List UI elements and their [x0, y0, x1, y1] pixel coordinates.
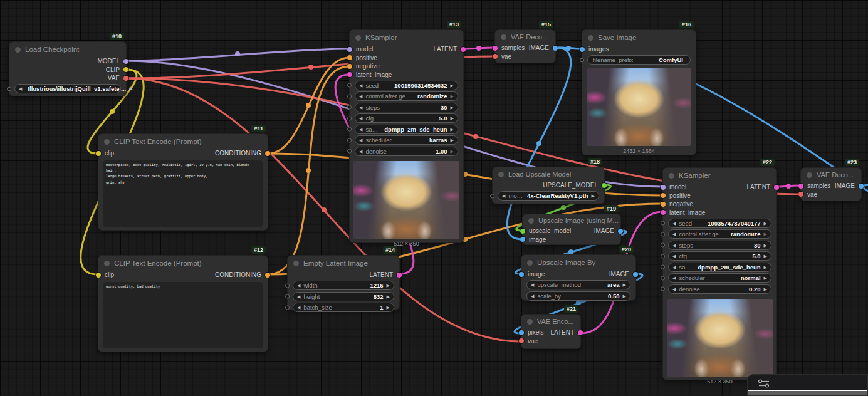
node-header[interactable]: VAE Enco...: [521, 315, 580, 328]
next-arrow-icon[interactable]: ▶: [623, 292, 626, 300]
node-header[interactable]: Load Checkpoint: [9, 42, 126, 57]
vae-input-pin[interactable]: [493, 54, 498, 59]
prev-arrow-icon[interactable]: ◀: [672, 230, 676, 238]
pixels-input-pin[interactable]: [519, 330, 524, 335]
upscale-method-widget[interactable]: ◀upscale_methodarea▶: [526, 280, 630, 289]
image-output-pin[interactable]: [859, 184, 864, 189]
model-input-pin[interactable]: [661, 185, 666, 190]
next-arrow-icon[interactable]: ▶: [451, 147, 454, 155]
node-header[interactable]: KSampler: [663, 168, 776, 183]
widget-input-ring[interactable]: [347, 94, 352, 98]
widget-input-ring[interactable]: [490, 194, 494, 198]
conditioning-output-pin[interactable]: [265, 273, 270, 278]
node-upscale-image-using-model[interactable]: #19 Upscale Image (using M... upscale_mo…: [522, 214, 621, 245]
positive-input-pin[interactable]: [347, 55, 352, 60]
widget-input-ring[interactable]: [347, 138, 352, 142]
next-arrow-icon[interactable]: ▶: [387, 293, 390, 301]
next-arrow-icon[interactable]: ▶: [764, 285, 767, 293]
widget-input-ring[interactable]: [580, 58, 584, 62]
prev-arrow-icon[interactable]: ◀: [672, 252, 676, 260]
node-ksampler-2[interactable]: #22 KSampler modelLATENT positive negati…: [662, 167, 777, 380]
vae-input-pin[interactable]: [798, 192, 803, 197]
collapse-dot-icon[interactable]: [501, 34, 506, 40]
image-input-pin[interactable]: [519, 272, 524, 277]
collapse-dot-icon[interactable]: [104, 261, 110, 266]
next-arrow-icon[interactable]: ▶: [387, 303, 390, 311]
collapse-dot-icon[interactable]: [807, 172, 812, 178]
node-clip-text-encode-negative[interactable]: #12 CLIP Text Encode (Prompt) clip CONDI…: [98, 255, 268, 352]
node-header[interactable]: CLIP Text Encode (Prompt): [98, 256, 268, 271]
vae-input-pin[interactable]: [519, 338, 524, 343]
collapse-dot-icon[interactable]: [528, 218, 534, 224]
prev-arrow-icon[interactable]: ◀: [502, 192, 505, 200]
next-arrow-icon[interactable]: ▶: [451, 81, 454, 90]
scheduler-widget[interactable]: ◀schedulerkarras▶: [355, 135, 458, 145]
latent-output-pin[interactable]: [774, 185, 779, 190]
prev-arrow-icon[interactable]: ◀: [359, 136, 362, 144]
cfg-widget[interactable]: ◀cfg5.0▶: [668, 251, 771, 261]
node-vae-decode-2[interactable]: #23 VAE Deco... samplesIMAGE vae: [800, 167, 862, 201]
image-output-pin[interactable]: [618, 229, 623, 234]
samples-input-pin[interactable]: [493, 46, 498, 51]
filename-prefix-widget[interactable]: filename_prefixComfyUI: [587, 55, 691, 65]
widget-input-ring[interactable]: [347, 127, 352, 132]
upscale-model-name-combo[interactable]: ◀model_n...4x-ClearRealityV1.pth▶: [498, 191, 599, 201]
node-save-image[interactable]: #16 Save Image images filename_prefixCom…: [582, 29, 696, 155]
model-input-pin[interactable]: [347, 47, 352, 52]
scale-by-widget[interactable]: ◀scale_by0.50▶: [526, 291, 630, 301]
next-arrow-icon[interactable]: ▶: [451, 136, 454, 144]
clip-input-pin[interactable]: [96, 151, 101, 156]
positive-input-pin[interactable]: [661, 193, 666, 198]
collapse-dot-icon[interactable]: [527, 319, 533, 325]
width-widget[interactable]: ◀width1216▶: [293, 281, 394, 290]
node-load-upscale-model[interactable]: #18 Load Upscale Model UPSCALE_MODEL ◀mo…: [492, 167, 605, 204]
denoise-widget[interactable]: ◀denoise1.00▶: [355, 147, 458, 156]
negative-input-pin[interactable]: [661, 202, 666, 207]
ckpt-name-combo[interactable]: ◀Illustrious\illustrijQuill_v1.safete ..…: [14, 84, 121, 93]
upscale-model-input-pin[interactable]: [520, 229, 525, 234]
prev-arrow-icon[interactable]: ◀: [19, 85, 22, 93]
next-arrow-icon[interactable]: ▶: [387, 281, 390, 289]
widget-input-ring[interactable]: [285, 294, 290, 299]
node-header[interactable]: Save Image: [582, 30, 696, 45]
images-input-pin[interactable]: [580, 47, 585, 52]
prev-arrow-icon[interactable]: ◀: [672, 274, 676, 282]
next-arrow-icon[interactable]: ▶: [129, 85, 132, 93]
node-header[interactable]: KSampler: [350, 30, 463, 45]
latent-output-pin[interactable]: [397, 273, 402, 278]
prev-arrow-icon[interactable]: ◀: [359, 92, 362, 100]
prev-arrow-icon[interactable]: ◀: [672, 263, 676, 271]
widget-input-ring[interactable]: [285, 305, 290, 310]
cfg-widget[interactable]: ◀cfg5.0▶: [355, 113, 458, 123]
prev-arrow-icon[interactable]: ◀: [359, 81, 362, 90]
node-empty-latent-image[interactable]: #14 Empty Latent Image LATENT ◀width1216…: [287, 255, 400, 310]
prompt-textarea[interactable]: worst quality, bad quality: [103, 282, 263, 348]
node-header[interactable]: VAE Deco...: [495, 30, 555, 44]
widget-input-ring[interactable]: [347, 149, 352, 154]
conditioning-output-pin[interactable]: [265, 151, 270, 156]
samples-input-pin[interactable]: [798, 184, 803, 189]
widget-input-ring[interactable]: [7, 86, 11, 91]
node-header[interactable]: Upscale Image By: [521, 255, 635, 270]
prev-arrow-icon[interactable]: ◀: [359, 103, 362, 112]
widget-input-ring[interactable]: [661, 276, 665, 280]
prev-arrow-icon[interactable]: ◀: [531, 281, 534, 289]
denoise-widget[interactable]: ◀denoise0.20▶: [668, 284, 771, 294]
node-header[interactable]: Upscale Image (using M...: [523, 214, 620, 227]
next-arrow-icon[interactable]: ▶: [623, 281, 626, 289]
clip-input-pin[interactable]: [96, 273, 101, 278]
prev-arrow-icon[interactable]: ◀: [672, 285, 676, 293]
collapse-dot-icon[interactable]: [104, 139, 110, 145]
widget-input-ring[interactable]: [347, 116, 352, 120]
prev-arrow-icon[interactable]: ◀: [359, 147, 362, 155]
next-arrow-icon[interactable]: ▶: [451, 92, 454, 100]
node-header[interactable]: VAE Deco...: [801, 168, 861, 182]
node-vae-decode-1[interactable]: #15 VAE Deco... samplesIMAGE vae: [494, 29, 556, 63]
widget-input-ring[interactable]: [661, 254, 665, 258]
vae-output-pin[interactable]: [123, 76, 128, 81]
image-output-pin[interactable]: [633, 272, 638, 277]
node-clip-text-encode-positive[interactable]: #11 CLIP Text Encode (Prompt) clip CONDI…: [98, 133, 268, 231]
latent-output-pin[interactable]: [461, 47, 466, 52]
negative-input-pin[interactable]: [347, 64, 352, 69]
node-ksampler-1[interactable]: #13 KSampler modelLATENT positive negati…: [349, 29, 464, 243]
